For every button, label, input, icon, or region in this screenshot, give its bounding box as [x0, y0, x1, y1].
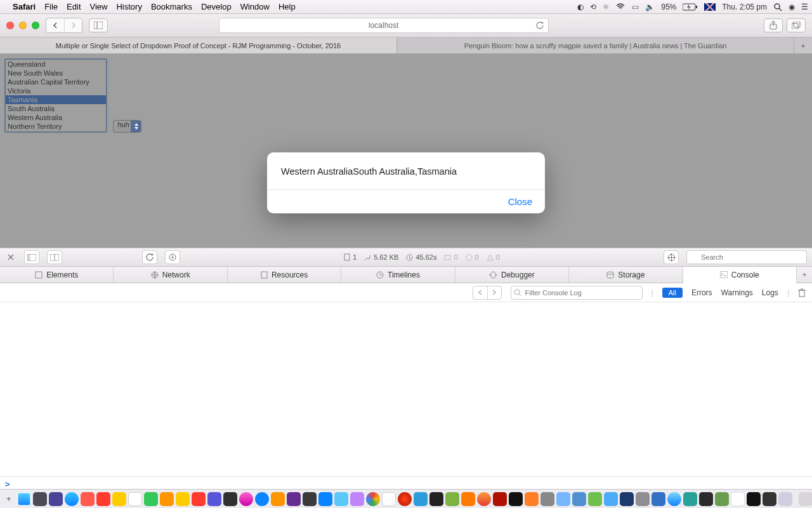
- volume-icon[interactable]: 🔈: [645, 3, 655, 11]
- bluetooth-icon[interactable]: ✱: [603, 3, 609, 11]
- dock-app[interactable]: [588, 492, 602, 506]
- dock-app[interactable]: [540, 492, 554, 506]
- display-icon[interactable]: ▭: [632, 3, 639, 11]
- dock-app[interactable]: [176, 492, 190, 506]
- alert-close-button[interactable]: Close: [508, 196, 532, 207]
- dock-app[interactable]: [636, 492, 650, 506]
- devtools-tab-timelines[interactable]: Timelines: [341, 267, 455, 283]
- back-button[interactable]: [46, 18, 64, 32]
- tab-active[interactable]: Multiple or Single Select of Dropdown Pr…: [0, 37, 397, 53]
- list-icon[interactable]: ☰: [801, 3, 808, 11]
- dock-app[interactable]: [287, 492, 301, 506]
- menu-develop[interactable]: Develop: [201, 2, 232, 11]
- devtools-tab-console[interactable]: Console: [683, 267, 797, 283]
- dock-app[interactable]: [414, 492, 428, 506]
- dock-app-finder[interactable]: [17, 492, 31, 506]
- wifi-icon[interactable]: [615, 3, 625, 11]
- dock-app[interactable]: [33, 492, 47, 506]
- devtools-tab-debugger[interactable]: Debugger: [455, 267, 569, 283]
- dock-stack[interactable]: [799, 492, 812, 506]
- dock-app-firefox[interactable]: [477, 492, 491, 506]
- console-filter-input[interactable]: [511, 286, 643, 300]
- dock-app[interactable]: [207, 492, 221, 506]
- spotlight-icon[interactable]: [773, 3, 782, 11]
- minimize-window-button[interactable]: [19, 22, 27, 29]
- dock-app[interactable]: [128, 492, 142, 506]
- dock-bottom-button[interactable]: [47, 250, 62, 264]
- dock-app[interactable]: [144, 492, 158, 506]
- user-icon[interactable]: ◉: [789, 3, 795, 11]
- dock-app[interactable]: [572, 492, 586, 506]
- tabs-button[interactable]: [787, 18, 806, 32]
- console-input[interactable]: [10, 480, 807, 489]
- menu-window[interactable]: Window: [240, 2, 270, 11]
- menu-file[interactable]: File: [44, 2, 58, 11]
- dock-app[interactable]: [350, 492, 364, 506]
- dock-app[interactable]: [318, 492, 332, 506]
- console-level-all[interactable]: All: [662, 288, 683, 298]
- menu-history[interactable]: History: [116, 2, 141, 11]
- devtools-tab-resources[interactable]: Resources: [228, 267, 341, 283]
- dock-app[interactable]: [271, 492, 285, 506]
- dock-app[interactable]: [652, 492, 665, 506]
- menu-view[interactable]: View: [90, 2, 108, 11]
- sidebar-button[interactable]: [89, 18, 108, 32]
- tab-inactive[interactable]: Penguin Bloom: how a scruffy magpie save…: [397, 37, 794, 53]
- dock-app[interactable]: [112, 492, 126, 506]
- devtools-search-input[interactable]: [686, 250, 807, 264]
- flag-au-icon[interactable]: [704, 3, 716, 11]
- menu-help[interactable]: Help: [278, 2, 296, 11]
- dock-app[interactable]: [461, 492, 475, 506]
- console-level-errors[interactable]: Errors: [691, 288, 712, 297]
- dock-app[interactable]: [445, 492, 459, 506]
- devtools-close-button[interactable]: [5, 254, 16, 260]
- dock-app[interactable]: [429, 492, 443, 506]
- dock-app[interactable]: [731, 492, 745, 506]
- dock-app-safari[interactable]: [65, 492, 79, 506]
- dock-app[interactable]: [334, 492, 348, 506]
- clear-console-button[interactable]: [798, 288, 806, 297]
- element-picker-button[interactable]: [664, 250, 679, 264]
- dock-app-virtualbox[interactable]: [620, 492, 634, 506]
- reload-icon[interactable]: [536, 22, 544, 30]
- dock-app[interactable]: [223, 492, 237, 506]
- close-window-button[interactable]: [6, 22, 14, 29]
- status-icon[interactable]: ⟲: [590, 3, 596, 11]
- menu-edit[interactable]: Edit: [67, 2, 81, 11]
- devtools-tab-network[interactable]: Network: [114, 267, 227, 283]
- dock-side-button[interactable]: [24, 250, 39, 264]
- dock-app[interactable]: [778, 492, 792, 506]
- dock-app[interactable]: [398, 492, 412, 506]
- address-bar[interactable]: localhost: [219, 18, 549, 33]
- dock-app[interactable]: [604, 492, 618, 506]
- dock-app[interactable]: [715, 492, 729, 506]
- dock-app[interactable]: [699, 492, 713, 506]
- download-button[interactable]: [165, 250, 180, 264]
- dock-add-button[interactable]: +: [6, 494, 11, 504]
- dock-app-filezilla[interactable]: [493, 492, 507, 506]
- dock-app[interactable]: [49, 492, 63, 506]
- dock-app-terminal[interactable]: [747, 492, 761, 506]
- clock[interactable]: Thu. 2:05 pm: [722, 3, 767, 11]
- share-button[interactable]: [764, 18, 783, 32]
- dock-app[interactable]: [160, 492, 174, 506]
- devtools-add-tab[interactable]: +: [797, 267, 812, 283]
- battery-icon[interactable]: [683, 3, 698, 11]
- dock-app[interactable]: [683, 492, 697, 506]
- menu-bookmarks[interactable]: Bookmarks: [151, 2, 192, 11]
- dock-app[interactable]: [81, 492, 95, 506]
- console-level-logs[interactable]: Logs: [762, 288, 778, 297]
- menu-app[interactable]: Safari: [13, 2, 36, 11]
- dock-app-itunes[interactable]: [239, 492, 253, 506]
- devtools-tab-elements[interactable]: Elements: [0, 267, 114, 283]
- zoom-window-button[interactable]: [32, 22, 39, 29]
- dock-app[interactable]: [556, 492, 570, 506]
- dock-app-appstore[interactable]: [255, 492, 269, 506]
- dock-app-vlc[interactable]: [525, 492, 539, 506]
- console-next-button[interactable]: [487, 286, 501, 299]
- reload-button[interactable]: [142, 250, 157, 264]
- dock-app[interactable]: [96, 492, 110, 506]
- dock-app-chrome[interactable]: [366, 492, 380, 506]
- dock-app[interactable]: [192, 492, 206, 506]
- dock-app[interactable]: [763, 492, 776, 506]
